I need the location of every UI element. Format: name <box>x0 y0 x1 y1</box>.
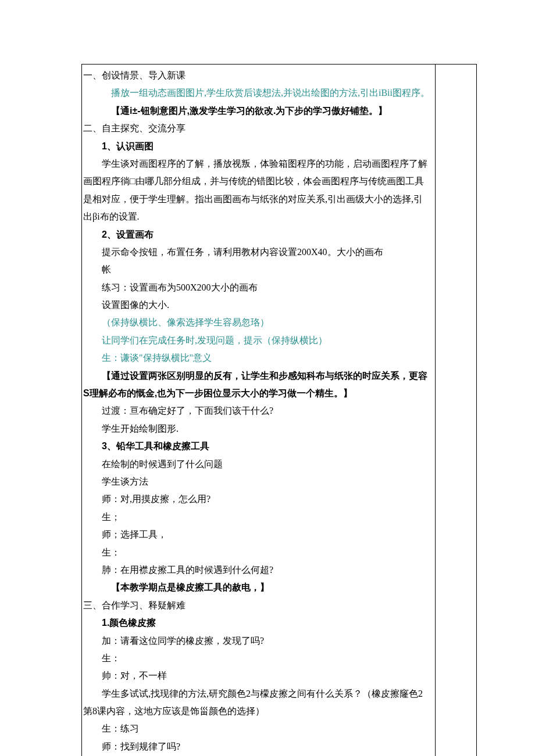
page: 一、创设情景、导入新课 播放一组动态画图图片,学生欣赏后读想法,并说出绘图的方法… <box>0 0 535 756</box>
s2-item2-i: 过渡：亘布确定好了，下面我们该干什么? <box>83 402 431 420</box>
s3-item1-b: 生： <box>83 650 431 667</box>
s2-item2-d: 设置图像的大小. <box>83 296 431 314</box>
s2-item2-j: 学生开始绘制图形. <box>83 420 431 438</box>
s2-item3-g: 肺：在用襟皮擦工具的时候遇到什么何超? <box>83 561 431 579</box>
s2-item2-g: 生：谦谈"保持纵横比"意义 <box>83 349 431 367</box>
s3-item1-f: 师：找到规律了吗? <box>83 738 431 755</box>
s2-item3-title: 3、铅华工具和橡皮擦工具 <box>83 438 431 455</box>
s3-item1-a: 加：请看这位同学的橡皮擦，发现了吗? <box>83 632 431 650</box>
main-column: 一、创设情景、导入新课 播放一组动态画图图片,学生欣赏后读想法,并说出绘图的方法… <box>82 65 435 756</box>
s2-item2-f: 让同学们在完成任务时,发现问题，提示（保持纵横比） <box>83 332 431 349</box>
section-2-title: 二、自主探究、交流分享 <box>83 120 431 137</box>
s2-item1-a: 学生谈对画图程序的了解，播放视叛，体验箱图程序的功能，启动画图程序了解画图程序徜… <box>83 155 431 226</box>
s2-item2-c: 练习：设置画布为500X200大小的画布 <box>83 279 431 296</box>
content-frame: 一、创设情景、导入新课 播放一组动态画图图片,学生欣赏后读想法,并说出绘图的方法… <box>81 64 477 756</box>
s3-item1-e: 生：练习 <box>83 720 431 737</box>
s2-item3-h: 【本教学期点是橡皮擦工具的赦电，】 <box>83 579 431 596</box>
s2-item2-b: 帐 <box>83 261 431 278</box>
s2-item2-title: 2、设置画布 <box>83 226 431 243</box>
s2-item3-b: 学生谈方法 <box>83 473 431 490</box>
s2-item1-title: 1、认识画图 <box>83 138 431 155</box>
s2-item3-f: 生： <box>83 544 431 561</box>
s2-item3-c: 师：对,用摸皮擦，怎么用? <box>83 490 431 508</box>
s2-item3-e: 师；选择工具， <box>83 526 431 543</box>
side-column <box>435 65 476 756</box>
s2-item3-a: 在绘制的时候遇到了什么问题 <box>83 456 431 473</box>
s3-item1-title: 1.颜色橡皮擦 <box>83 614 431 632</box>
s2-item3-d: 生； <box>83 508 431 526</box>
s3-item1-c: 帅：对，不一样 <box>83 667 431 685</box>
s1-p2: 【通i±-钮制意图片,激发学生学习的欲改.为下步的学习傲好铺垫。】 <box>83 102 431 120</box>
section-1-title: 一、创设情景、导入新课 <box>83 67 431 84</box>
s2-item2-h: 【通过设置两张区别明显的反有，让学生和步感知科布与纸张的时应关系，更容S理解必布… <box>83 367 431 403</box>
s2-item2-a: 提示命令按钮，布置任务，请利用教材内容设置200X40。大小的画布 <box>83 243 431 261</box>
section-3-title: 三、合作学习、释疑解难 <box>83 597 431 614</box>
s3-item1-d: 学生多试试,找现律的方法,研究颜色2与檬皮擦之间有什么关系？（橡皮擦窿色2第8课… <box>83 685 431 721</box>
s2-item2-e: （保持纵横比、像索选择学生容易忽珞） <box>83 314 431 331</box>
s1-p1: 播放一组动态画图图片,学生欣赏后读想法,并说出绘图的方法,引出iBii图程序。 <box>83 84 431 102</box>
